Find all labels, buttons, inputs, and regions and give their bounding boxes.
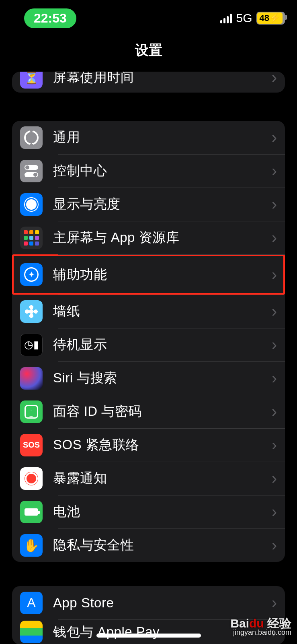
chevron-right-icon: ›	[272, 594, 277, 612]
row-label: 面容 ID 与密码	[53, 402, 272, 421]
row-home-screen[interactable]: 主屏幕与 App 资源库 ›	[12, 221, 285, 254]
sos-icon: SOS	[20, 434, 43, 456]
app-grid-icon	[20, 227, 43, 249]
face-id-icon	[20, 400, 43, 423]
row-privacy-security[interactable]: ✋ 隐私与安全性 ›	[12, 528, 285, 562]
row-label: 控制中心	[53, 162, 272, 180]
row-display-brightness[interactable]: 显示与亮度 ›	[12, 188, 285, 221]
app-store-icon: A	[20, 592, 43, 614]
row-battery[interactable]: 电池 ›	[12, 495, 285, 528]
switches-icon	[20, 160, 43, 182]
status-right: 5G 48⚡	[220, 11, 285, 25]
row-label: 墙纸	[53, 302, 272, 320]
chevron-right-icon: ›	[272, 302, 277, 320]
settings-group-1: 通用 › 控制中心 › 显示与亮度 › 主屏幕与 App 资源库 › ✦ 辅助功…	[12, 121, 285, 562]
chevron-right-icon: ›	[272, 266, 277, 284]
row-label: Siri 与搜索	[53, 369, 272, 387]
row-screen-time[interactable]: ⏳ 屏幕使用时间 ›	[12, 72, 285, 93]
clock-icon: ◷▮	[20, 334, 43, 356]
chevron-right-icon: ›	[272, 369, 277, 387]
row-label: 辅助功能	[53, 266, 272, 284]
chevron-right-icon: ›	[272, 469, 277, 487]
row-label: 待机显示	[53, 336, 272, 354]
network-label: 5G	[236, 11, 252, 25]
chevron-right-icon: ›	[272, 162, 277, 180]
chevron-right-icon: ›	[272, 503, 277, 521]
row-label: 暴露通知	[53, 469, 272, 487]
chevron-right-icon: ›	[272, 128, 277, 147]
row-exposure-notification[interactable]: 暴露通知 ›	[12, 462, 285, 495]
row-label: SOS 紧急联络	[53, 436, 272, 454]
row-wallpaper[interactable]: 墙纸 ›	[12, 295, 285, 328]
page-title: 设置	[0, 41, 297, 60]
row-label: 显示与亮度	[53, 195, 272, 213]
sun-icon	[20, 193, 43, 216]
nav-header: 设置	[0, 36, 297, 72]
row-siri-search[interactable]: Siri 与搜索 ›	[12, 361, 285, 395]
hand-icon: ✋	[20, 534, 43, 557]
hourglass-icon: ⏳	[20, 72, 43, 89]
siri-icon	[20, 367, 43, 390]
watermark: Baidu 经验 jingyan.baidu.com	[230, 619, 291, 637]
wallet-icon	[20, 621, 43, 643]
row-face-id[interactable]: 面容 ID 与密码 ›	[12, 395, 285, 428]
chevron-right-icon: ›	[272, 436, 277, 454]
battery-settings-icon	[20, 501, 43, 523]
status-bar: 22:53 5G 48⚡	[0, 0, 297, 36]
row-label: 通用	[53, 128, 272, 147]
chevron-right-icon: ›	[272, 536, 277, 554]
status-time[interactable]: 22:53	[24, 8, 76, 28]
flower-icon	[20, 300, 43, 323]
accessibility-icon: ✦	[20, 263, 43, 286]
chevron-right-icon: ›	[272, 72, 277, 87]
chevron-right-icon: ›	[272, 195, 277, 213]
row-accessibility[interactable]: ✦ 辅助功能 ›	[12, 254, 285, 295]
row-label: App Store	[53, 595, 272, 611]
home-indicator[interactable]	[96, 634, 201, 638]
row-label: 屏幕使用时间	[53, 72, 272, 87]
row-label: 隐私与安全性	[53, 536, 272, 554]
row-emergency-sos[interactable]: SOS SOS 紧急联络 ›	[12, 428, 285, 462]
row-label: 主屏幕与 App 资源库	[53, 229, 272, 247]
row-standby[interactable]: ◷▮ 待机显示 ›	[12, 328, 285, 361]
exposure-icon	[20, 467, 43, 490]
signal-icon	[220, 13, 232, 23]
row-control-center[interactable]: 控制中心 ›	[12, 154, 285, 188]
chevron-right-icon: ›	[272, 229, 277, 247]
chevron-right-icon: ›	[272, 402, 277, 421]
row-general[interactable]: 通用 ›	[12, 121, 285, 154]
row-label: 电池	[53, 503, 272, 521]
chevron-right-icon: ›	[272, 336, 277, 354]
battery-icon: 48⚡	[256, 12, 285, 25]
row-app-store[interactable]: A App Store ›	[12, 586, 285, 619]
gear-icon	[20, 126, 43, 149]
settings-group-0: ⏳ 屏幕使用时间 ›	[12, 72, 285, 93]
